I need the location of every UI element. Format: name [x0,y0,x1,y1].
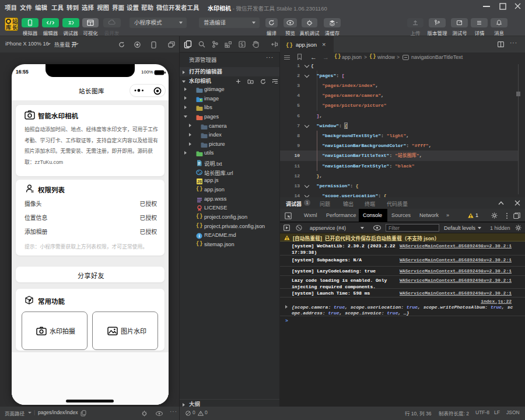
svg-text:i: i [198,234,200,239]
svg-text:JS: JS [197,180,202,184]
